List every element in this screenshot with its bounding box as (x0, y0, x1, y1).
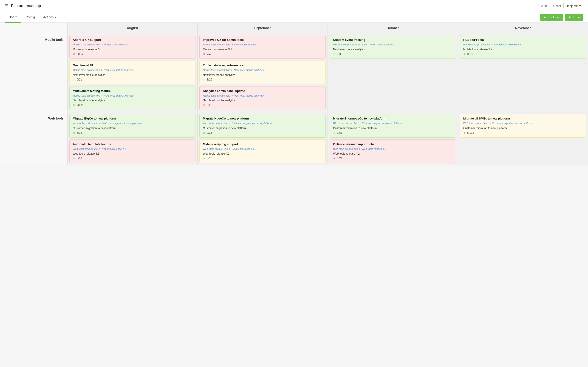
card-progress: ✳ 0/35 (333, 52, 452, 56)
breadcrumb-line2-link[interactable]: Customer migration to new platform (102, 122, 141, 125)
card-milestone: Mobile tools release 3.1 (203, 48, 322, 51)
card-rest-api-beta[interactable]: REST API beta Mobile tools product line … (460, 35, 586, 59)
progress-icon: ✳ (333, 157, 336, 160)
add-row-button[interactable]: Add row (565, 14, 583, 21)
app-title: Feature roadmap (11, 4, 41, 8)
card-multivariate-testing[interactable]: Multivariate testing feature Mobile tool… (69, 86, 196, 110)
add-column-button[interactable]: Add column (540, 14, 563, 21)
card-milestone: Web tools release 4.1 (73, 152, 192, 155)
card-breadcrumb: Web tools product line > Web tools relea… (333, 147, 452, 151)
card-custom-event-tracking[interactable]: Custom event tracking Mobile tools produ… (330, 35, 456, 59)
board-cell-web-tools-september: Migrate HugeCo to new platform Web tools… (198, 112, 328, 165)
progress-icon: ✳ (463, 131, 466, 135)
progress-value: 8/112 (467, 131, 474, 134)
card-breadcrumb: Mobile tools product line > Mobile tools… (203, 43, 322, 46)
breadcrumb-line2-link[interactable]: Mobile tools release 3.1 (234, 43, 261, 46)
card-title: REST API beta (463, 38, 583, 42)
tab-config[interactable]: Config (21, 12, 39, 23)
breadcrumb-line2-link[interactable]: Next level mobile analytics (104, 69, 134, 71)
breadcrumb-line1-link[interactable]: Web tools product line (333, 148, 358, 150)
card-progress: ✳ 8/29 (203, 78, 322, 81)
card-improved-ux-admin[interactable]: Improved UX for admin tools Mobile tools… (199, 35, 326, 59)
breadcrumb-line1-link[interactable]: Web tools product line (73, 148, 98, 150)
breadcrumb-line1-link[interactable]: Mobile tools product line (203, 43, 230, 46)
breadcrumb-line1-link[interactable]: Mobile tools product line (73, 43, 100, 46)
card-title: Migrate HugeCo to new platform (203, 117, 322, 120)
breadcrumb-line2-link[interactable]: Web tools release 4.2 (232, 148, 256, 150)
breadcrumb-arrow: > (101, 69, 103, 71)
progress-value: 5/15 (77, 131, 82, 134)
card-milestone: Mobile tools release 3.1 (73, 48, 192, 51)
breadcrumb-line1-link[interactable]: Web tools product line (203, 148, 228, 150)
breadcrumb-line2-link[interactable]: Customer migration to new platform (492, 122, 532, 125)
breadcrumb-line2-link[interactable]: Next level mobile analytics (234, 69, 264, 71)
breadcrumb-line1-link[interactable]: Mobile tools product line (73, 94, 100, 97)
card-progress: ✳ 6/21 (73, 78, 192, 81)
card-android-support[interactable]: Android 4.7 support Mobile tools product… (69, 35, 196, 59)
breadcrumb-arrow: > (362, 43, 363, 46)
breadcrumb-line1-link[interactable]: Mobile tools product line (73, 69, 100, 71)
card-progress: ✳ 20/33 (73, 103, 192, 107)
card-triple-database[interactable]: Triple database performance Mobile tools… (199, 60, 326, 84)
card-migrate-enormousco[interactable]: Migrate EnormousCo to new platform Web t… (330, 114, 456, 137)
card-breadcrumb: Mobile tools product line > Next level m… (203, 68, 322, 72)
breadcrumb-line2-link[interactable]: Customer migration to new platform (232, 122, 272, 125)
breadcrumb-line2-link[interactable]: Web tools release 4.2 (362, 148, 386, 150)
breadcrumb-line1-link[interactable]: Web tools product line (203, 122, 228, 125)
tab-actions[interactable]: Actions ▾ (39, 12, 61, 23)
breadcrumb-line2-link[interactable]: Web tools release 4.1 (102, 148, 126, 150)
card-automatic-template[interactable]: Automatic template feature Web tools pro… (69, 140, 196, 163)
breadcrumb-line1-link[interactable]: Web tools product line (463, 122, 488, 125)
card-progress: ✳ 0/2 (203, 103, 322, 107)
user-button[interactable]: Benjamin ▾ (563, 3, 583, 9)
card-milestone: Next level mobile analytics (203, 99, 322, 102)
card-title: Migrate EnormousCo to new platform (333, 117, 452, 120)
reset-button[interactable]: Reset (553, 4, 561, 8)
breadcrumb-line2-link[interactable]: Next level mobile analytics (104, 94, 134, 97)
breadcrumb-line1-link[interactable]: Web tools product line (73, 122, 98, 125)
card-migrate-all-smes[interactable]: Migrate all SMEs to new platform Web too… (460, 114, 586, 137)
card-migrate-hugeco[interactable]: Migrate HugeCo to new platform Web tools… (199, 114, 326, 137)
card-title: Triple database performance (203, 64, 322, 67)
card-migrate-bigco[interactable]: Migrate BigCo to new platform Web tools … (69, 114, 196, 137)
breadcrumb-line1-link[interactable]: Web tools product line (333, 122, 358, 125)
card-goal-funnel-ui[interactable]: Goal funnel UI Mobile tools product line… (69, 60, 196, 84)
card-progress: ✳ 8/112 (463, 131, 583, 135)
breadcrumb-line1-link[interactable]: Mobile tools product line (463, 43, 491, 46)
progress-value: 0/13 (207, 157, 212, 160)
breadcrumb-line1-link[interactable]: Mobile tools product line (203, 94, 230, 97)
breadcrumb-line1-link[interactable]: Mobile tools product line (333, 43, 360, 46)
board-cell-web-tools-october: Migrate EnormousCo to new platform Web t… (328, 112, 458, 165)
progress-value: 20/33 (77, 104, 84, 107)
breadcrumb-line2-link[interactable]: Mobile tools release 3.2 (494, 43, 521, 46)
card-title: Multivariate testing feature (73, 89, 192, 93)
breadcrumb-line1-link[interactable]: Mobile tools product line (203, 69, 230, 71)
breadcrumb-line2-link[interactable]: Customer migration to new platform (362, 122, 402, 125)
breadcrumb-arrow: > (101, 94, 103, 97)
progress-icon: ✳ (463, 52, 466, 56)
progress-value: 0/21 (337, 157, 342, 160)
tab-board[interactable]: Board (5, 12, 21, 23)
card-analytics-admin-panel[interactable]: Analytics admin panel update Mobile tool… (199, 86, 326, 110)
card-milestone: Customer migration to new platform (203, 127, 322, 130)
card-matero-scripting[interactable]: Matero scripting support Web tools produ… (199, 140, 326, 163)
hamburger-icon[interactable]: ☰ (5, 3, 8, 8)
breadcrumb-arrow: > (99, 148, 101, 150)
card-breadcrumb: Web tools product line > Web tools relea… (203, 147, 322, 151)
breadcrumb-line2-link[interactable]: Next level mobile analytics (364, 43, 394, 46)
breadcrumb-line2-link[interactable]: Mobile tools release 3.1 (104, 43, 130, 46)
actions-chevron-icon: ▾ (55, 15, 56, 19)
breadcrumb-arrow: > (229, 122, 231, 125)
card-milestone: Customer migration to new platform (463, 127, 583, 130)
breadcrumb-line2-link[interactable]: Next level mobile analytics (234, 94, 264, 97)
card-breadcrumb: Mobile tools product line > Next level m… (73, 94, 192, 98)
card-milestone: Customer migration to new platform (333, 127, 452, 130)
user-chevron-icon: ▾ (579, 4, 581, 8)
card-breadcrumb: Mobile tools product line > Next level m… (203, 94, 322, 98)
card-breadcrumb: Web tools product line > Customer migrat… (203, 122, 322, 125)
progress-value: 0/61 (337, 131, 342, 134)
card-milestone: Web tools release 4.2 (333, 152, 452, 155)
progress-value: 6/21 (77, 78, 82, 81)
card-online-customer-support[interactable]: Online customer support chat Web tools p… (330, 140, 456, 163)
card-title: Goal funnel UI (73, 64, 192, 67)
